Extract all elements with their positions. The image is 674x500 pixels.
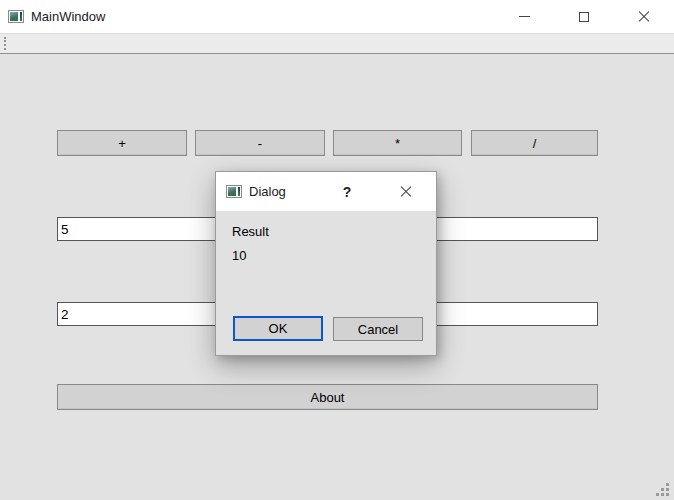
- close-icon: [637, 10, 651, 24]
- toolbar-drag-handle-icon[interactable]: [4, 37, 7, 50]
- dialog-help-button[interactable]: ?: [335, 172, 359, 211]
- titlebar[interactable]: MainWindow: [0, 0, 674, 33]
- cancel-button[interactable]: Cancel: [333, 317, 423, 341]
- dialog-titlebar[interactable]: Dialog ?: [216, 172, 436, 211]
- multiply-button[interactable]: *: [333, 130, 462, 156]
- about-button[interactable]: About: [57, 384, 598, 410]
- main-window: MainWindow + - * / About Dialog ?: [0, 0, 674, 500]
- result-dialog: Dialog ? Result 10 OK Cancel: [215, 171, 437, 356]
- maximize-button[interactable]: [554, 0, 614, 33]
- toolbar: [0, 33, 674, 54]
- dialog-icon: [226, 185, 242, 198]
- ok-button[interactable]: OK: [233, 316, 323, 341]
- dialog-close-icon: [399, 185, 413, 199]
- close-button[interactable]: [614, 0, 674, 33]
- minimize-icon: [519, 16, 530, 17]
- window-title: MainWindow: [31, 9, 105, 24]
- dialog-title: Dialog: [249, 184, 286, 199]
- maximize-icon: [579, 12, 589, 22]
- resize-grip-icon[interactable]: [656, 483, 670, 497]
- add-button[interactable]: +: [57, 130, 187, 156]
- dialog-close-button[interactable]: [393, 172, 419, 211]
- divide-button[interactable]: /: [471, 130, 598, 156]
- minimize-button[interactable]: [494, 0, 554, 33]
- resize-grip-dots: [656, 483, 659, 486]
- result-value: 10: [232, 248, 246, 263]
- subtract-button[interactable]: -: [195, 130, 325, 156]
- app-icon: [8, 10, 24, 23]
- result-label: Result: [232, 224, 269, 239]
- caption-buttons: [494, 0, 674, 33]
